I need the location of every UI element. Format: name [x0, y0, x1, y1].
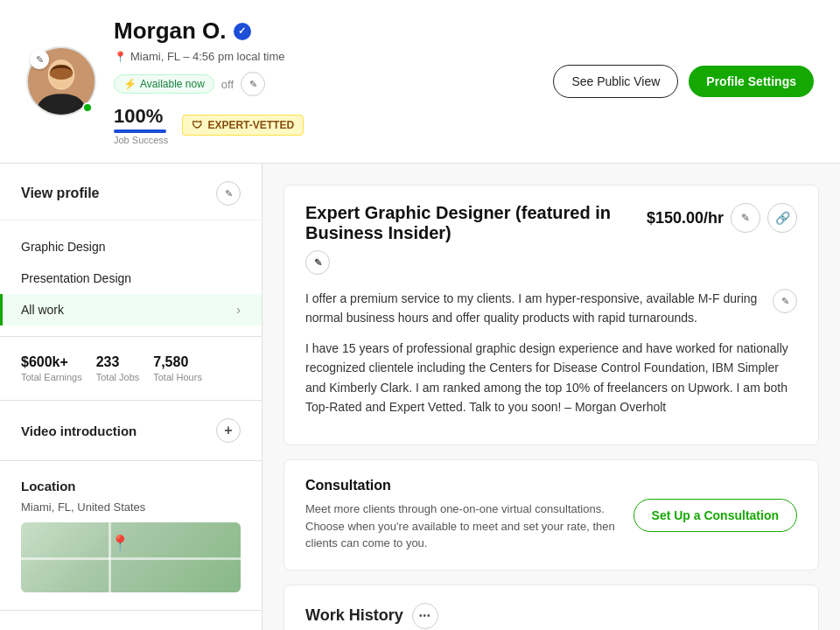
location-pin-icon: 📍	[114, 51, 127, 63]
sidebar: View profile ✎ Graphic Design Presentati…	[0, 164, 262, 630]
consultation-title: Consultation	[305, 478, 616, 494]
expert-vetted-badge: 🛡 EXPERT-VETTED	[182, 115, 304, 136]
video-intro-section: Video introduction +	[0, 401, 262, 461]
shield-icon: 🛡	[192, 119, 202, 131]
set-up-consultation-button[interactable]: Set Up a Consultation	[634, 499, 797, 532]
bio-section: I offer a premium service to my clients.…	[305, 289, 797, 416]
consultation-description: Meet more clients through one-on-one vir…	[305, 500, 616, 552]
total-hours-stat: 7,580 Total Hours	[153, 354, 202, 382]
view-profile-section: View profile ✎	[0, 164, 262, 220]
share-button[interactable]: 🔗	[767, 203, 797, 233]
job-success: 100% Job Success	[114, 105, 168, 145]
profile-location: 📍 Miami, FL – 4:56 pm local time	[114, 50, 536, 63]
pencil-icon: ✎	[225, 188, 233, 200]
work-history-more-button[interactable]: •••	[412, 603, 438, 629]
pencil-icon: ✎	[249, 79, 257, 90]
map: 📍	[21, 522, 241, 592]
rate-edit-button[interactable]: ✎	[731, 203, 760, 233]
profile-name: Morgan O.	[114, 18, 227, 45]
avatar-container: ✎	[26, 46, 96, 116]
add-video-button[interactable]: +	[216, 418, 241, 443]
profile-title: Expert Graphic Designer (featured in Bus…	[305, 203, 647, 275]
online-status-indicator	[82, 102, 93, 113]
main-panel: Expert Graphic Designer (featured in Bus…	[262, 164, 840, 630]
sidebar-item-graphic-design[interactable]: Graphic Design	[0, 231, 262, 262]
pencil-icon: ✎	[36, 54, 44, 66]
header-actions: See Public View Profile Settings	[553, 65, 814, 98]
pencil-icon: ✎	[781, 296, 789, 307]
sidebar-item-presentation-design[interactable]: Presentation Design	[0, 262, 262, 294]
profile-settings-button[interactable]: Profile Settings	[689, 66, 814, 97]
more-icon: •••	[419, 611, 431, 620]
sidebar-item-all-work[interactable]: All work ›	[0, 294, 262, 326]
map-pin-icon: 📍	[110, 534, 130, 553]
view-profile-title: View profile	[21, 186, 100, 201]
link-icon: 🔗	[775, 211, 790, 225]
add-icon: +	[224, 423, 232, 438]
profile-title-section: Expert Graphic Designer (featured in Bus…	[284, 185, 819, 445]
location-section: Location Miami, FL, United States 📍	[0, 461, 262, 611]
avatar-edit-button[interactable]: ✎	[30, 50, 49, 69]
title-edit-button[interactable]: ✎	[305, 250, 330, 275]
pencil-icon: ✎	[314, 257, 322, 269]
rate-section: $150.00/hr ✎ 🔗	[647, 203, 797, 233]
verified-badge: ✓	[234, 23, 251, 40]
chevron-right-icon: ›	[236, 303, 241, 317]
consultation-box: Consultation Meet more clients through o…	[284, 459, 819, 570]
pencil-icon: ✎	[741, 212, 750, 224]
location-text: Miami, FL, United States	[21, 500, 241, 514]
available-edit-button[interactable]: ✎	[241, 72, 265, 96]
bio-paragraph-1: I offer a premium service to my clients.…	[305, 289, 797, 328]
lightning-icon: ⚡	[123, 78, 136, 90]
available-badge[interactable]: ⚡ Available now	[114, 74, 214, 94]
bio-edit-button[interactable]: ✎	[773, 289, 797, 313]
total-earnings-stat: $600k+ Total Earnings	[21, 354, 82, 382]
total-jobs-stat: 233 Total Jobs	[96, 354, 140, 382]
sidebar-nav: Graphic Design Presentation Design All w…	[0, 220, 262, 336]
bio-paragraph-2: I have 15 years of professional graphic …	[305, 339, 797, 417]
sidebar-stats: $600k+ Total Earnings 233 Total Jobs 7,5…	[0, 336, 262, 401]
view-profile-edit-button[interactable]: ✎	[216, 181, 241, 206]
consultation-text: Consultation Meet more clients through o…	[305, 478, 616, 552]
see-public-view-button[interactable]: See Public View	[553, 65, 678, 98]
available-off-label: off	[221, 78, 234, 91]
profile-info: Morgan O. ✓ 📍 Miami, FL – 4:56 pm local …	[114, 18, 536, 145]
work-history-title: Work History	[305, 606, 403, 625]
work-history-section: Work History ••• Completed jobs (184) In…	[284, 584, 819, 630]
